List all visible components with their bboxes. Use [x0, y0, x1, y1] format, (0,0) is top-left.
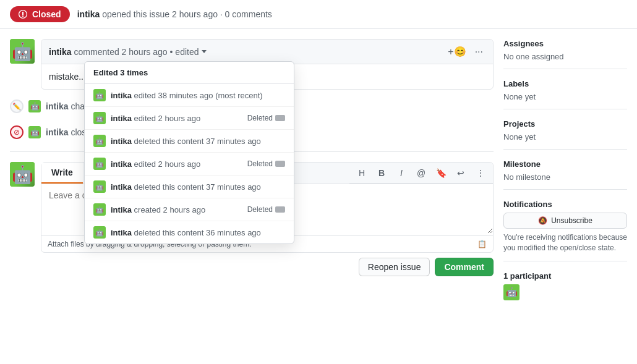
reopen-issue-button[interactable]: Reopen issue	[359, 258, 430, 276]
milestone-section: Milestone No milestone	[503, 159, 627, 190]
popup-avatar: 🤖	[93, 158, 106, 170]
popup-item-text: intika edited 2 hours ago	[111, 114, 242, 123]
edited-history-popup: Edited 3 times 🤖 intika edited 38 minute…	[84, 61, 294, 244]
write-avatar	[10, 162, 35, 187]
participants-avatars: 🤖	[503, 284, 627, 300]
participant-avatar: 🤖	[503, 284, 519, 300]
sidebar: Assignees No one assigned Labels None ye…	[503, 39, 627, 354]
popup-item: 🤖 intika deleted this content 37 minutes…	[85, 130, 294, 153]
projects-section: Projects None yet	[503, 119, 627, 150]
popup-avatar: 🤖	[93, 89, 106, 101]
deleted-icon	[275, 115, 285, 121]
bell-mute-icon: 🔕	[538, 216, 547, 225]
popup-item-text: intika created 2 hours ago	[111, 205, 242, 214]
pencil-icon: ✏️	[10, 99, 24, 113]
projects-title: Projects	[503, 119, 627, 129]
popup-item: 🤖 intika created 2 hours ago Deleted	[85, 198, 294, 221]
notifications-text: You're receiving notifications because y…	[503, 232, 627, 253]
issue-meta-text: opened this issue 2 hours ago · 0 commen…	[102, 9, 272, 19]
deleted-icon	[275, 206, 285, 213]
edited-link[interactable]: • edited	[170, 47, 207, 57]
popup-item: 🤖 intika edited 2 hours ago Deleted	[85, 107, 294, 130]
avatar	[10, 39, 35, 64]
add-reaction-button[interactable]: +😊	[445, 44, 468, 59]
comment-author: intika	[49, 47, 72, 57]
deleted-badge: Deleted	[247, 114, 285, 122]
labels-value: None yet	[503, 92, 627, 101]
comment-actions: +😊 ···	[445, 44, 485, 59]
comment-button[interactable]: Comment	[435, 258, 494, 276]
popup-item-text: intika edited 38 minutes ago (most recen…	[111, 91, 285, 100]
more-options-button[interactable]: ···	[472, 45, 485, 59]
popup-avatar: 🤖	[93, 112, 106, 124]
timeline-avatar: 🤖	[28, 100, 41, 112]
italic-icon[interactable]: I	[394, 166, 409, 180]
milestone-value: No milestone	[503, 172, 627, 182]
assignees-section: Assignees No one assigned	[503, 39, 627, 69]
edited-label: • edited	[170, 47, 199, 57]
notifications-section: Notifications 🔕 Unsubscribe You're recei…	[503, 200, 627, 261]
popup-item: 🤖 intika edited 38 minutes ago (most rec…	[85, 84, 294, 107]
milestone-title: Milestone	[503, 159, 627, 169]
comment-header-left: intika commented 2 hours ago • edited	[49, 47, 207, 57]
reply-icon[interactable]: ↩	[453, 166, 468, 180]
chevron-down-icon	[202, 50, 207, 53]
write-toolbar: H B I @ 🔖 ↩ ⋮	[349, 163, 493, 184]
comment-header: intika commented 2 hours ago • edited +😊…	[41, 40, 493, 64]
notifications-title: Notifications	[503, 200, 627, 209]
markdown-icon: 📋	[477, 240, 487, 248]
mention-icon[interactable]: @	[414, 166, 429, 180]
labels-section: Labels None yet	[503, 79, 627, 109]
closed-label: Closed	[32, 9, 61, 19]
projects-value: None yet	[503, 132, 627, 142]
bold-icon[interactable]: B	[374, 166, 389, 180]
popup-item-text: intika edited 2 hours ago	[111, 159, 242, 169]
popup-item: 🤖 intika deleted this content 37 minutes…	[85, 176, 294, 198]
popup-item: 🤖 intika edited 2 hours ago Deleted	[85, 153, 294, 176]
closed-badge: Closed	[10, 6, 70, 22]
timeline-avatar: 🤖	[28, 126, 41, 138]
closed-icon	[19, 9, 28, 19]
popup-item-text: intika deleted this content 37 minutes a…	[111, 137, 285, 146]
popup-avatar: 🤖	[93, 203, 106, 216]
issue-meta: intika opened this issue 2 hours ago · 0…	[77, 9, 272, 19]
participants-section: 1 participant 🤖	[503, 271, 627, 308]
assignees-value: No one assigned	[503, 52, 627, 61]
comment-text: mistake...	[49, 72, 86, 82]
popup-avatar: 🤖	[93, 180, 106, 193]
comment-block: intika commented 2 hours ago • edited +😊…	[10, 39, 494, 90]
popup-title: Edited 3 times	[85, 62, 294, 84]
tab-write[interactable]: Write	[41, 163, 83, 184]
action-buttons: Reopen issue Comment	[41, 258, 494, 276]
popup-item-text: intika deleted this content 36 minutes a…	[111, 228, 285, 237]
deleted-badge: Deleted	[247, 159, 285, 168]
deleted-badge: Deleted	[247, 205, 285, 214]
popup-item: 🤖 intika deleted this content 36 minutes…	[85, 221, 294, 243]
participants-title: 1 participant	[503, 271, 627, 281]
assignees-title: Assignees	[503, 39, 627, 48]
popup-avatar: 🤖	[93, 135, 106, 147]
labels-title: Labels	[503, 79, 627, 88]
more-icon[interactable]: ⋮	[473, 166, 488, 180]
heading-icon[interactable]: H	[354, 166, 369, 180]
unsubscribe-button[interactable]: 🔕 Unsubscribe	[503, 213, 627, 229]
unsubscribe-label: Unsubscribe	[551, 216, 592, 225]
bookmark-icon[interactable]: 🔖	[434, 166, 448, 180]
comment-timestamp: commented 2 hours ago	[74, 47, 168, 57]
popup-item-text: intika deleted this content 37 minutes a…	[111, 182, 285, 192]
deleted-icon	[275, 161, 285, 167]
popup-avatar: 🤖	[93, 226, 106, 239]
circle-slash-icon: ⊘	[10, 125, 24, 139]
